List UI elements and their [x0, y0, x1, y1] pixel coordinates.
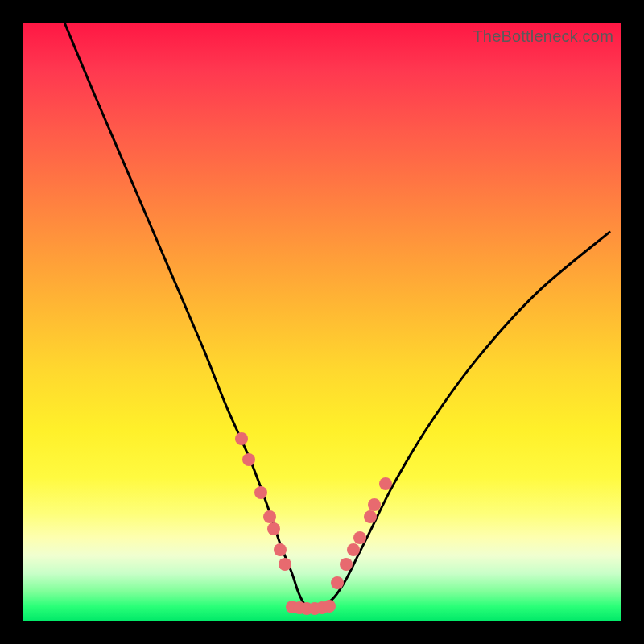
marker-left	[274, 543, 287, 556]
marker-bottom	[323, 600, 336, 613]
marker-right	[379, 477, 392, 490]
marker-right	[364, 510, 377, 523]
bottleneck-curve	[23, 23, 621, 621]
marker-left	[263, 510, 276, 523]
marker-right	[347, 543, 360, 556]
marker-left	[279, 558, 291, 571]
marker-right	[368, 498, 381, 511]
marker-left	[254, 486, 267, 499]
marker-right	[353, 531, 366, 544]
marker-left	[235, 432, 248, 445]
marker-right	[340, 558, 353, 571]
marker-right	[331, 576, 344, 589]
marker-left	[242, 453, 255, 466]
plot-area: TheBottleneck.com	[23, 23, 621, 621]
marker-left	[267, 522, 280, 535]
